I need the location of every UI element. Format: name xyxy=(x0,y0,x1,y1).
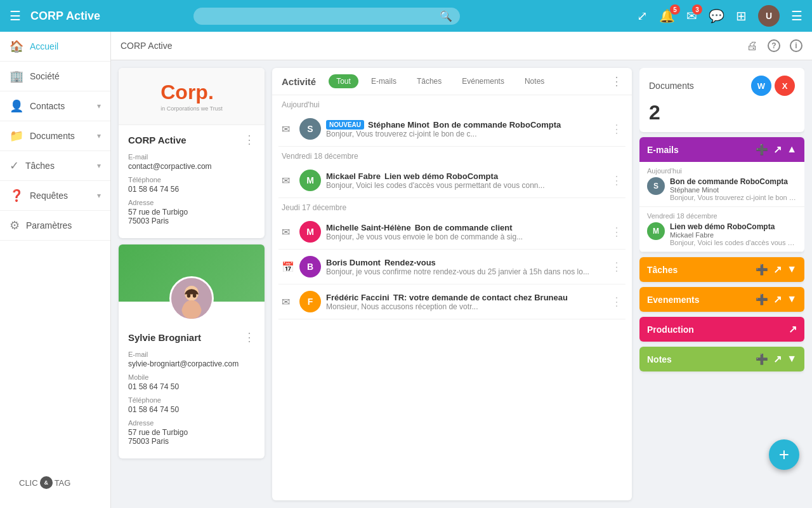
evenements-panel-title: Evenements xyxy=(647,295,756,305)
company-phone-value: 01 58 64 74 56 xyxy=(128,185,255,194)
activity-item[interactable]: ✉ M Michelle Saint-Hélène Bon de command… xyxy=(278,215,625,250)
svg-point-3 xyxy=(193,293,196,297)
external-link-icon[interactable]: ↗ xyxy=(773,293,782,305)
sidebar-item-contacts[interactable]: 👤 Contacts ▾ xyxy=(0,91,110,121)
email-avatar: M xyxy=(647,222,665,240)
taches-panel-header[interactable]: Tâches ➕ ↗ ▼ xyxy=(639,257,804,282)
activity-title: Activité xyxy=(282,76,316,87)
email-icon: ✉ xyxy=(282,226,294,238)
add-icon[interactable]: ➕ xyxy=(756,353,768,365)
notes-panel-header[interactable]: Notes ➕ ↗ ▼ xyxy=(639,347,804,371)
person-name: Sylvie Brogniart xyxy=(128,332,201,343)
print-icon[interactable]: 🖨 xyxy=(747,39,758,53)
activity-sender: Frédéric Faccini xyxy=(326,293,390,302)
email-icon: ✉ xyxy=(282,296,294,308)
company-address-block: Adresse 57 rue de Turbigo 75003 Paris xyxy=(128,199,255,225)
activity-tabs: Tout E-mails Tâches Evénements Notes xyxy=(329,74,552,88)
search-input[interactable] xyxy=(201,11,440,21)
email-preview: Bonjour, Vous trouverez ci-joint le bon … xyxy=(670,194,797,201)
sidebar-item-documents[interactable]: 📁 Documents ▾ xyxy=(0,121,110,151)
company-phone-block: Téléphone 01 58 64 74 56 xyxy=(128,176,255,194)
info-icon[interactable]: i xyxy=(790,39,802,52)
evenements-panel-header[interactable]: Evenements ➕ ↗ ▼ xyxy=(639,287,804,312)
top-navigation: ☰ CORP Active 🔍 ⤢ 🔔 5 ✉ 3 💬 ⊞ U ☰ xyxy=(0,0,812,32)
activity-item[interactable]: ✉ S NOUVEAU Stéphane Minot Bon de comman… xyxy=(278,112,625,147)
documents-title: Documents xyxy=(649,81,694,91)
sidebar-item-taches[interactable]: ✓ Tâches ▾ xyxy=(0,151,110,181)
activity-item[interactable]: 📅 B Boris Dumont Rendez-vous Bonjour, je… xyxy=(278,250,625,284)
tab-taches[interactable]: Tâches xyxy=(409,74,449,88)
sidebar-item-label: Requêtes xyxy=(30,190,91,201)
email-item[interactable]: Aujourd'hui S Bon de commande RoboCompta… xyxy=(639,162,804,207)
tab-tout[interactable]: Tout xyxy=(329,74,358,88)
person-mobile-block: Mobile 01 58 64 74 50 xyxy=(128,373,255,391)
tab-emails[interactable]: E-mails xyxy=(363,74,404,88)
tab-evenements[interactable]: Evénements xyxy=(454,74,512,88)
add-icon[interactable]: ➕ xyxy=(756,144,768,156)
expand-icon[interactable]: ⤢ xyxy=(637,8,648,23)
sidebar-item-parametres[interactable]: ⚙ Paramètres xyxy=(0,211,110,241)
chevron-down-icon[interactable]: ▼ xyxy=(787,264,797,276)
company-card: Corp. in Corporations we Trust CORP Acti… xyxy=(119,68,265,238)
breadcrumb-bar: CORP Active 🖨 ? i xyxy=(111,32,812,60)
item-menu-icon[interactable]: ⋮ xyxy=(611,225,622,239)
sender-avatar: S xyxy=(299,118,321,140)
help-icon[interactable]: ? xyxy=(768,39,780,52)
email-sender: Mickael Fabre xyxy=(670,231,797,239)
production-panel-icons: ↗ xyxy=(789,323,797,335)
emails-panel-header[interactable]: E-mails ➕ ↗ ▲ xyxy=(639,137,804,162)
activity-preview: Bonjour, Je vous vous envoie le bon de c… xyxy=(326,232,606,241)
mail-icon[interactable]: ✉ 3 xyxy=(686,8,697,23)
tab-notes[interactable]: Notes xyxy=(517,74,552,88)
grid-icon[interactable]: ⊞ xyxy=(736,8,747,23)
add-icon[interactable]: ➕ xyxy=(756,293,768,305)
menu-icon[interactable]: ☰ xyxy=(791,8,802,23)
hamburger-icon[interactable]: ☰ xyxy=(10,8,21,23)
email-item-row: M Lien web démo RoboCompta Mickael Fabre… xyxy=(647,222,797,246)
email-text: Bon de commande RoboCompta Stéphane Mino… xyxy=(670,177,797,201)
chevron-down-icon[interactable]: ▼ xyxy=(787,293,797,305)
external-link-icon[interactable]: ↗ xyxy=(773,264,782,276)
external-link-icon[interactable]: ↗ xyxy=(789,323,797,335)
activity-item[interactable]: ✉ F Frédéric Faccini TR: votre demande d… xyxy=(278,284,625,319)
company-logo-text: Corp. xyxy=(160,81,223,104)
sidebar-item-accueil[interactable]: 🏠 Accueil xyxy=(0,32,110,62)
external-link-icon[interactable]: ↗ xyxy=(773,353,782,365)
main-layout: 🏠 Accueil 🏢 Société 👤 Contacts ▾ 📁 Docum… xyxy=(0,32,812,508)
chat-icon[interactable]: 💬 xyxy=(709,8,724,23)
notifications-icon[interactable]: 🔔 5 xyxy=(659,8,675,23)
sidebar-item-requetes[interactable]: ❓ Requêtes ▾ xyxy=(0,181,110,211)
email-item[interactable]: Vendredi 18 décembre M Lien web démo Rob… xyxy=(639,207,804,252)
search-icon: 🔍 xyxy=(440,10,452,22)
taches-section: Tâches ➕ ↗ ▼ xyxy=(639,257,804,282)
user-avatar[interactable]: U xyxy=(758,5,780,27)
chevron-up-icon[interactable]: ▲ xyxy=(787,144,797,156)
doc-avatar-x: X xyxy=(775,76,795,96)
notes-panel-icons: ➕ ↗ ▼ xyxy=(756,353,797,365)
activity-preview: Monsieur, Nous accusons réception de vot… xyxy=(326,302,606,311)
fab-add-button[interactable]: + xyxy=(769,439,799,470)
chevron-down-icon[interactable]: ▼ xyxy=(787,353,797,365)
activity-sender: Stéphane Minot xyxy=(368,120,429,130)
item-menu-icon[interactable]: ⋮ xyxy=(611,173,622,187)
item-menu-icon[interactable]: ⋮ xyxy=(611,295,622,309)
chevron-down-icon: ▾ xyxy=(97,131,101,140)
item-menu-icon[interactable]: ⋮ xyxy=(611,122,622,136)
activity-item[interactable]: ✉ M Mickael Fabre Lien web démo RoboComp… xyxy=(278,163,625,198)
activity-sender: Boris Dumont xyxy=(326,258,381,267)
company-menu-icon[interactable]: ⋮ xyxy=(244,133,255,147)
company-name: CORP Active xyxy=(128,135,187,145)
person-menu-icon[interactable]: ⋮ xyxy=(244,330,255,344)
external-link-icon[interactable]: ↗ xyxy=(773,144,782,156)
activity-menu-icon[interactable]: ⋮ xyxy=(611,74,622,88)
sidebar-item-societe[interactable]: 🏢 Société xyxy=(0,62,110,91)
logo-circle: & xyxy=(40,476,53,489)
activity-preview: Bonjour, Vous trouverez ci-joint le bon … xyxy=(326,130,606,138)
taches-panel-icons: ➕ ↗ ▼ xyxy=(756,264,797,276)
email-date: Vendredi 18 décembre xyxy=(647,212,797,220)
company-card-header: CORP Active ⋮ xyxy=(128,133,255,147)
production-panel-header[interactable]: Production ↗ xyxy=(639,317,804,342)
email-preview: Bonjour, Voici les codes d'accès vous pe… xyxy=(670,239,797,246)
add-icon[interactable]: ➕ xyxy=(756,264,768,276)
item-menu-icon[interactable]: ⋮ xyxy=(611,260,622,274)
